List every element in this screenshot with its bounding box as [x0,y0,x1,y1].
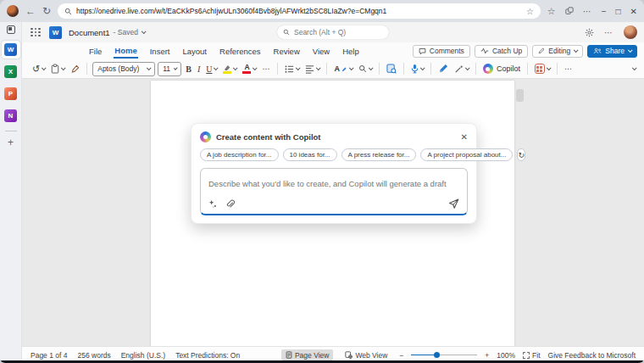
find-button[interactable] [357,63,374,75]
address-bar[interactable]: ☆ [58,3,541,19]
catch-up-button[interactable]: Catch Up [475,45,528,58]
more-font-options-icon[interactable]: ⋯ [260,63,272,75]
pencil-icon [538,47,545,54]
tab-insert[interactable]: Insert [149,45,171,58]
styles-button[interactable]: A [332,63,354,75]
suggestion-pill[interactable]: 10 ideas for... [283,148,337,161]
suggestion-pill[interactable]: A project proposal about... [420,148,513,161]
paste-button[interactable] [49,62,66,75]
suggestion-pill[interactable]: A job description for... [200,148,279,161]
sidebar-item-word[interactable]: W [2,41,20,59]
sidebar-item-excel[interactable]: X [2,63,20,81]
zoom-slider-thumb[interactable] [434,352,440,358]
account-avatar[interactable] [624,25,637,39]
more-options-icon[interactable]: ⋯ [604,28,613,37]
copilot-dialog: Create content with Copilot ✕ A job desc… [191,123,477,224]
favorites-icon[interactable]: ☆ [547,6,556,17]
browser-profile-avatar[interactable] [7,5,19,17]
browser-menu-icon[interactable]: ⋯ [583,7,592,16]
suggestion-pill[interactable]: A press release for... [341,148,417,161]
underline-button[interactable]: U [204,63,219,75]
document-title[interactable]: Document1 [69,28,110,37]
collections-icon[interactable] [565,7,574,15]
close-button[interactable]: ✕ [630,7,637,16]
tab-references[interactable]: References [219,45,262,58]
tab-review[interactable]: Review [273,45,301,58]
ribbon-overflow-icon[interactable]: ⋯ [563,63,575,75]
align-button[interactable] [303,63,321,75]
url-input[interactable] [76,7,522,15]
bold-button[interactable]: B [184,63,193,75]
tab-home[interactable]: Home [114,44,137,59]
tab-actions-icon[interactable] [7,25,15,34]
maximize-button[interactable]: □ [616,7,621,16]
text-predictions-toggle[interactable]: Text Predictions: On [175,351,240,360]
rewrite-sparkle-icon[interactable] [208,199,218,209]
format-painter-icon[interactable] [69,63,81,75]
fit-button[interactable]: Fit [523,351,540,360]
web-view-button[interactable]: Web View [341,349,391,360]
feedback-link[interactable]: Give Feedback to Microsoft [548,351,636,360]
zoom-slider[interactable] [411,352,477,359]
page-indicator[interactable]: Page 1 of 4 [31,351,67,360]
refresh-suggestions-button[interactable]: ↻ [517,148,525,161]
back-icon[interactable]: ← [25,6,36,16]
copilot-prompt-box[interactable] [200,168,468,215]
dialog-title: Create content with Copilot [216,132,321,142]
app-launcher-icon[interactable] [31,28,41,37]
edge-sidebar: W X P N + [0,22,22,363]
word-logo-icon[interactable]: W [49,26,62,39]
search-box[interactable] [277,25,389,39]
page-view-button[interactable]: Page View [281,349,333,360]
tab-file[interactable]: File [88,45,103,58]
refresh-icon[interactable]: ↻ [42,6,51,16]
ribbon-collapse-icon[interactable] [630,65,637,72]
scrollbar-thumb[interactable] [516,89,524,102]
word-app: W Document1 - Saved ⋯ [22,22,644,363]
sidebar-item-onenote[interactable]: N [2,107,20,125]
browser-window: ← ↻ ☆ ☆ ⋯ − □ ✕ W X [0,0,644,363]
attach-paperclip-icon[interactable] [225,199,235,209]
browser-toolbar: ← ↻ ☆ ☆ ⋯ − □ ✕ [0,0,644,22]
font-name-select[interactable]: Aptos (Body) [92,62,155,76]
share-button[interactable]: Share [587,45,637,58]
zoom-in-button[interactable]: + [485,351,489,360]
save-status[interactable]: - Saved [114,28,138,36]
close-icon[interactable]: ✕ [461,133,468,142]
web-view-icon [345,351,353,359]
search-input[interactable] [294,28,383,36]
bookmark-star-icon[interactable]: ☆ [526,7,534,16]
copilot-prompt-input[interactable] [208,179,459,188]
send-icon[interactable] [448,198,459,209]
word-count[interactable]: 256 words [77,351,110,360]
magic-wand-icon[interactable] [452,63,470,75]
comments-button[interactable]: Comments [413,45,470,58]
language-indicator[interactable]: English (U.S.) [121,351,165,360]
bullet-list-button[interactable] [283,63,301,75]
italic-button[interactable]: I [196,63,202,75]
editor-pen-icon[interactable] [436,62,450,75]
settings-gear-icon[interactable] [585,28,594,37]
zoom-level[interactable]: 100% [497,351,515,360]
copilot-button[interactable]: Copilot [481,62,522,75]
designer-button[interactable] [533,62,552,75]
tab-help[interactable]: Help [341,45,360,58]
tab-layout[interactable]: Layout [181,45,208,58]
sidebar-item-powerpoint[interactable]: P [2,85,20,103]
highlight-color-button[interactable] [221,63,238,75]
font-color-button[interactable]: A [241,62,258,75]
add-app-icon[interactable]: + [8,137,14,148]
undo-button[interactable]: ↺ [31,62,47,76]
document-canvas[interactable]: Create content with Copilot ✕ A job desc… [22,79,644,346]
chevron-down-icon [574,47,579,53]
editing-mode-button[interactable]: Editing [532,45,583,58]
font-size-select[interactable]: 11 [158,62,181,76]
zoom-out-button[interactable]: − [399,351,403,360]
tab-view[interactable]: View [312,45,330,58]
catch-up-icon [480,47,489,54]
minimize-button[interactable]: − [602,7,607,16]
reuse-files-icon[interactable] [385,62,398,75]
dictate-button[interactable] [409,62,425,75]
search-icon [283,29,290,36]
chevron-down-icon[interactable] [142,29,147,34]
